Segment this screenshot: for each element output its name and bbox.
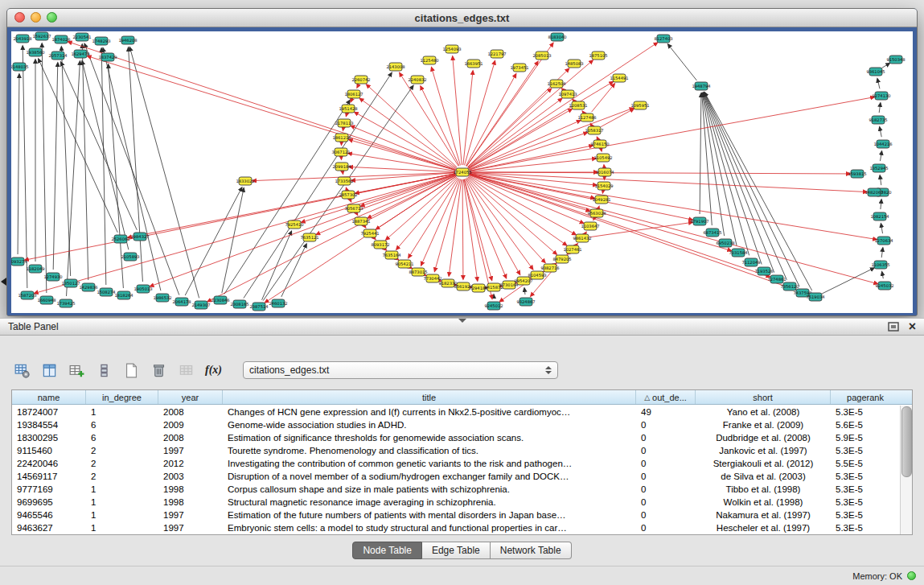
graph-node[interactable]: 7925441 <box>360 229 379 237</box>
graph-node[interactable]: 1508274 <box>97 288 116 296</box>
graph-node[interactable]: 6873415 <box>703 229 721 237</box>
column-header-in_degree[interactable]: in_degree <box>86 390 158 404</box>
table-row[interactable]: 1938455462009Genome-wide association stu… <box>12 418 900 431</box>
window-titlebar[interactable]: citations_edges.txt <box>7 9 917 27</box>
show-columns-icon[interactable] <box>39 360 60 380</box>
graph-node[interactable]: 1162504 <box>547 80 566 88</box>
graph-node[interactable]: 1833022 <box>236 177 254 185</box>
close-panel-icon[interactable] <box>909 320 916 333</box>
graph-node[interactable]: 7031584 <box>729 249 748 257</box>
graph-node[interactable]: 1049281 <box>592 196 610 204</box>
graph-node[interactable]: 1103647 <box>581 222 599 230</box>
graph-node[interactable]: 1093274 <box>11 257 27 266</box>
table-row[interactable]: 911546021997Tourette syndrome. Phenomeno… <box>12 444 900 457</box>
tab-edge-table[interactable]: Edge Table <box>422 542 491 559</box>
graph-node[interactable]: 1593815 <box>848 170 866 178</box>
column-header-title[interactable]: title <box>223 390 636 404</box>
import-table-icon[interactable] <box>175 360 197 380</box>
graph-node[interactable]: 1629478 <box>71 50 89 58</box>
table-scrollbar[interactable] <box>900 406 912 534</box>
graph-node[interactable]: 1806127 <box>344 90 363 98</box>
graph-node[interactable]: 1154491 <box>610 74 628 82</box>
graph-node[interactable]: 2105893 <box>121 253 139 261</box>
graph-node[interactable]: 1270634 <box>874 237 893 245</box>
graph-node[interactable]: 1208531 <box>569 101 587 109</box>
table-row[interactable]: 946554611997Estimation of the future num… <box>12 509 900 521</box>
graph-node[interactable]: 1938560 <box>26 48 44 56</box>
graph-node[interactable]: 1027461 <box>563 245 581 253</box>
graph-node[interactable]: 1837429 <box>98 53 117 61</box>
table-row[interactable]: 1830029562008Estimation of significance … <box>12 431 900 444</box>
graph-node[interactable]: 1660948 <box>37 296 55 304</box>
column-header-name[interactable]: name <box>12 390 86 404</box>
float-panel-icon[interactable] <box>888 322 899 332</box>
table-row[interactable]: 1456911722003Disruption of a novel membe… <box>12 470 900 483</box>
graph-node[interactable]: 2526061 <box>111 235 129 243</box>
graph-node[interactable]: 1739425 <box>56 299 75 307</box>
graph-node[interactable]: 1874026 <box>51 35 70 43</box>
graph-node[interactable]: 2308165 <box>230 300 248 308</box>
graph-node[interactable]: 6950238 <box>716 239 734 247</box>
graph-node[interactable]: 9150348 <box>886 56 905 64</box>
graph-node[interactable]: 1127486 <box>577 113 596 122</box>
graph-node[interactable]: 9245032 <box>875 282 893 290</box>
graph-node[interactable]: 1948794 <box>692 82 711 90</box>
graph-node[interactable]: 1274930 <box>43 273 62 281</box>
graph-node[interactable]: 6791907 <box>690 217 708 225</box>
graph-node[interactable]: 1986532 <box>153 294 171 302</box>
graph-node[interactable]: 1254093 <box>442 45 461 53</box>
graph-node[interactable]: 3067121 <box>331 148 350 156</box>
graph-node[interactable]: 9054211 <box>395 260 413 268</box>
graph-node[interactable]: 7925410 <box>285 220 303 229</box>
graph-node[interactable]: 2230846 <box>211 296 229 304</box>
table-panel-header[interactable]: Table Panel <box>0 318 924 336</box>
graph-node[interactable]: 8104593 <box>528 271 546 279</box>
graph-node[interactable]: 2085013 <box>532 51 551 60</box>
graph-node[interactable]: 1125480 <box>420 56 438 64</box>
graph-node[interactable]: 1485083 <box>565 60 583 68</box>
graph-node[interactable]: 1748293 <box>92 37 110 45</box>
graph-node[interactable]: 9861432 <box>573 234 591 242</box>
function-builder-icon[interactable]: f(x) <box>203 360 224 380</box>
graph-node[interactable]: 1095951 <box>630 101 649 109</box>
graph-node[interactable]: 1482067 <box>864 188 883 196</box>
graph-node[interactable]: 1973451 <box>510 64 528 72</box>
graph-node[interactable]: 1984327 <box>130 233 149 241</box>
zoom-window-button[interactable] <box>47 12 57 23</box>
table-options-icon[interactable] <box>11 360 33 380</box>
graph-node[interactable]: 2064178 <box>172 298 191 306</box>
graph-node[interactable]: 1887341 <box>351 217 370 225</box>
table-source-select[interactable]: citations_edges.txt <box>243 361 558 379</box>
graph-node[interactable]: 2387514 <box>249 303 269 311</box>
table-row[interactable]: 1872400712008Changes of HCN gene express… <box>12 406 900 418</box>
graph-node[interactable]: 8183040 <box>548 33 566 41</box>
graph-node[interactable]: 1592637 <box>32 32 51 40</box>
graph-node[interactable]: 9245012 <box>484 302 503 310</box>
table-row[interactable]: 946362711997Embryonic stem cells: a mode… <box>12 521 900 534</box>
network-canvas[interactable]: 1724055226074218061271951428217811318612… <box>11 31 913 313</box>
graph-node[interactable]: 9382716 <box>540 264 559 272</box>
graph-node[interactable]: 2149307 <box>191 301 210 309</box>
delete-table-icon[interactable] <box>148 360 170 380</box>
graph-node[interactable]: 1663951 <box>464 60 483 68</box>
graph-node[interactable]: 1875105 <box>589 51 607 60</box>
graph-node[interactable]: 9182735 <box>869 116 887 124</box>
row-height-icon[interactable] <box>93 360 115 380</box>
graph-node[interactable]: 2260742 <box>351 76 370 84</box>
column-header-out_degree[interactable]: △out_de... <box>636 390 696 404</box>
graph-node[interactable]: 1733562 <box>335 177 353 185</box>
graph-node[interactable]: 1105492 <box>593 154 612 162</box>
graph-node[interactable]: 1082154 <box>870 212 889 220</box>
graph-node[interactable]: 1016074 <box>595 168 614 176</box>
graph-node[interactable]: 1352945 <box>869 164 888 172</box>
graph-node[interactable]: 7112049 <box>741 258 760 266</box>
graph-node[interactable]: 9563028 <box>587 209 606 217</box>
graph-node[interactable]: 1587203 <box>18 291 36 299</box>
graph-node[interactable]: 8479205 <box>552 255 571 263</box>
close-window-button[interactable] <box>14 12 25 23</box>
graph-node[interactable]: 2240832 <box>408 76 426 84</box>
graph-node[interactable]: 2460132 <box>269 299 287 307</box>
table-row[interactable]: 2242004622012Investigating the contribut… <box>12 457 900 470</box>
graph-node[interactable]: 1058317 <box>585 126 603 134</box>
graph-node[interactable]: 7519034 <box>806 293 825 301</box>
